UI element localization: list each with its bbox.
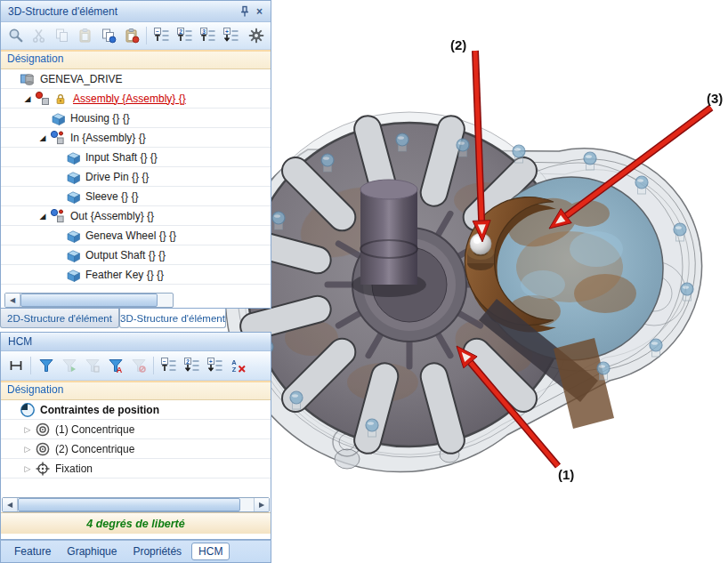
scroll-left-icon[interactable]: ◀ xyxy=(5,294,20,307)
remove-sort-button[interactable]: AZ xyxy=(227,355,249,377)
tree-row[interactable]: ▷(1) Concentrique xyxy=(1,420,271,439)
tree-header: Désignation xyxy=(1,50,271,69)
expander-icon[interactable]: ◢ xyxy=(36,212,49,221)
tree-row[interactable]: Housing {} {} xyxy=(1,109,271,128)
tree-row[interactable]: Output Shaft {} {} xyxy=(1,245,271,265)
copy-special-button[interactable] xyxy=(97,25,119,47)
tree-row[interactable]: ◢Assembly {Assembly} {} xyxy=(1,89,271,109)
scroll-left-icon[interactable]: ◀ xyxy=(3,498,18,511)
settings-button[interactable] xyxy=(245,25,267,47)
tree-row[interactable]: ▷(2) Concentrique xyxy=(1,439,271,459)
filter-doc-button[interactable] xyxy=(81,355,103,377)
tab-3d-structure[interactable]: 3D-Structure d'élément xyxy=(119,309,226,328)
paste-button[interactable] xyxy=(74,25,96,47)
sort-remove-icon: AZ xyxy=(231,358,247,374)
concentric-icon xyxy=(34,422,52,438)
expand-level-2-button[interactable]: 2 xyxy=(181,355,203,377)
expander-icon[interactable]: ◢ xyxy=(36,133,49,142)
tree-row[interactable]: Sleeve {} {} xyxy=(1,187,271,206)
lock-icon xyxy=(52,92,69,105)
tree-item-label: (1) Concentrique xyxy=(55,423,134,436)
bottom-tab-graphique[interactable]: Graphique xyxy=(61,543,123,559)
tree-up-2-icon: 2 xyxy=(177,28,193,44)
tree-item-label: Fixation xyxy=(55,462,93,475)
tree-row[interactable]: Contraintes de position xyxy=(1,400,271,420)
tree-item-label: In {Assembly} {} xyxy=(70,132,146,144)
hcm-tree: Contraintes de position▷(1) Concentrique… xyxy=(1,400,271,479)
svg-text:+: + xyxy=(209,358,213,365)
tree-item-label: Contraintes de position xyxy=(40,404,159,416)
tree-item-label: Output Shaft {} {} xyxy=(85,249,166,261)
collapse-all-button[interactable]: − xyxy=(158,355,180,377)
bottom-tabbar: FeatureGraphiquePropriétésHCM xyxy=(0,540,271,563)
svg-text:+: + xyxy=(225,28,229,35)
copy-special-icon xyxy=(101,28,117,44)
bottom-tab-feature[interactable]: Feature xyxy=(8,543,57,559)
tree-row[interactable]: Feather Key {} {} xyxy=(1,265,271,285)
tree-item-label: Assembly {Assembly} {} xyxy=(73,92,186,105)
filter-active-button[interactable] xyxy=(35,355,57,377)
tree-row[interactable]: ◢In {Assembly} {} xyxy=(1,128,271,148)
constraints-icon xyxy=(19,402,36,418)
expander-icon[interactable]: ◢ xyxy=(21,94,34,103)
funnel-blue-icon xyxy=(38,358,54,374)
scroll-thumb[interactable] xyxy=(20,294,158,307)
pin-icon[interactable] xyxy=(237,4,252,19)
cut-icon xyxy=(31,28,47,44)
expander-icon[interactable]: ▷ xyxy=(21,445,34,454)
tree-row[interactable]: Geneva Wheel {} {} xyxy=(1,226,271,245)
tab-2d-structure[interactable]: 2D-Structure d'élément xyxy=(0,309,119,328)
svg-text:3: 3 xyxy=(202,28,206,35)
expander-icon[interactable]: ▷ xyxy=(21,464,34,473)
tree-item-label: Housing {} {} xyxy=(70,112,130,125)
bottom-tab-propriétés[interactable]: Propriétés xyxy=(126,543,188,559)
expand-level-3-button[interactable]: 3 xyxy=(197,25,219,47)
collapse-all-button[interactable]: − xyxy=(150,25,173,47)
part-icon xyxy=(64,267,82,283)
filter-stop-button[interactable] xyxy=(127,355,150,377)
tree-item-label: Out {Assembly} {} xyxy=(70,210,154,222)
close-icon[interactable]: × xyxy=(252,4,267,19)
scroll-track[interactable] xyxy=(158,294,173,307)
expander-icon[interactable]: ▷ xyxy=(21,425,34,434)
tree-row[interactable]: Input Shaft {} {} xyxy=(1,148,271,167)
paste-special-button[interactable] xyxy=(120,25,142,47)
bottom-tab-hcm[interactable]: HCM xyxy=(191,543,230,560)
panel-3d-structure-titlebar: 3D-Structure d'élément × xyxy=(1,1,271,22)
svg-text:2: 2 xyxy=(186,358,190,365)
funnel-doc-icon xyxy=(85,358,101,374)
scroll-thumb[interactable] xyxy=(18,498,240,511)
scroll-right-icon[interactable]: ▶ xyxy=(254,498,269,511)
part-icon xyxy=(64,189,82,205)
structure-tabs: 2D-Structure d'élément3D-Structure d'élé… xyxy=(0,309,226,328)
copy-button[interactable] xyxy=(51,25,73,47)
tree-row[interactable]: ◢Out {Assembly} {} xyxy=(1,206,271,226)
svg-text:−: − xyxy=(163,358,166,365)
tree-item-label: GENEVA_DRIVE xyxy=(40,73,122,85)
hcm-title: HCM xyxy=(8,335,267,348)
tree-row[interactable]: ▷Fixation xyxy=(1,459,271,479)
expand-all-button[interactable]: + xyxy=(204,355,226,377)
cut-button[interactable] xyxy=(28,25,50,47)
scene-icon xyxy=(19,71,36,87)
measure-icon xyxy=(8,358,24,374)
structure-tree: GENEVA_DRIVE◢Assembly {Assembly} {}Housi… xyxy=(1,69,271,285)
structure-hscrollbar[interactable]: ◀ xyxy=(4,293,174,308)
scroll-track[interactable] xyxy=(240,498,254,511)
panel-title: 3D-Structure d'élément xyxy=(8,5,237,18)
filter-play-button[interactable] xyxy=(58,355,80,377)
tree-item-label: Sleeve {} {} xyxy=(85,190,138,203)
search-button[interactable] xyxy=(4,25,27,47)
tree-row[interactable]: Drive Pin {} {} xyxy=(1,167,271,187)
part-icon xyxy=(64,228,82,244)
funnel-play-icon xyxy=(61,358,77,374)
hcm-hscrollbar[interactable]: ◀ ▶ xyxy=(2,497,270,512)
tree-row[interactable]: GENEVA_DRIVE xyxy=(1,69,271,89)
paste-icon xyxy=(77,28,93,44)
assembly-main-icon xyxy=(34,91,52,107)
settings-icon xyxy=(248,28,264,44)
constraint-distance-button[interactable] xyxy=(4,355,27,377)
expand-level-2-button[interactable]: 2 xyxy=(174,25,196,47)
filter-warning-button[interactable]: A xyxy=(104,355,126,377)
expand-all-button[interactable]: + xyxy=(220,25,242,47)
